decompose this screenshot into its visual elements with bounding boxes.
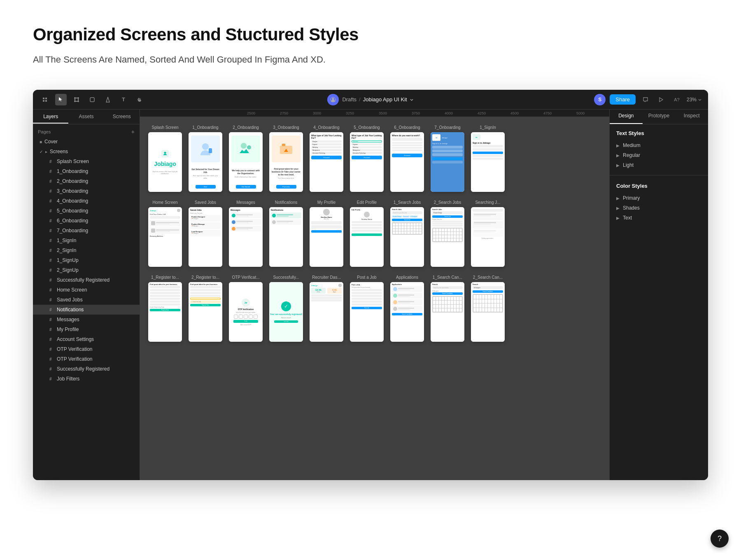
tab-prototype[interactable]: Prototype xyxy=(643,110,676,124)
help-button[interactable]: ? xyxy=(711,530,729,548)
frame-search1[interactable]: 1_Search Jobs Search Jobs Search for you… xyxy=(390,200,424,267)
frame-onboard2[interactable]: 2_Onboarding xyxy=(229,125,263,192)
sidebar-item-notifs[interactable]: # Notifications xyxy=(33,305,140,315)
frame-messages[interactable]: Messages Messages xyxy=(229,200,263,267)
figma-ui: T Drafts xyxy=(33,90,708,480)
breadcrumb-project[interactable]: Jobiago App UI Kit xyxy=(363,96,407,103)
sidebar-item-onboard6[interactable]: # 6_Onboarding xyxy=(33,216,140,226)
shape-icon[interactable] xyxy=(86,94,98,105)
frame-onboard6[interactable]: 6_Onboarding Where do you want to work? xyxy=(390,125,424,192)
style-medium[interactable]: ▶ Medium xyxy=(616,140,701,150)
sidebar-item-onboard4[interactable]: # 4_Onboarding xyxy=(33,196,140,206)
sidebar-item-onboard2[interactable]: # 2_Onboarding xyxy=(33,176,140,186)
hash-icon: # xyxy=(49,308,54,312)
frame-search-can1[interactable]: 1_Search Can... Search Search for the Gr… xyxy=(431,275,464,342)
frame-saved[interactable]: Saved Jobs Saved Jobs Search your Favour… xyxy=(189,200,222,267)
frame-onboard1[interactable]: 1_Onboarding xyxy=(189,125,222,192)
frame-searching[interactable]: Searching J... xyxy=(471,200,505,267)
style-light-label: Light xyxy=(623,162,634,168)
sidebar-item-otp1[interactable]: # OTP Verification xyxy=(33,344,140,354)
svg-rect-6 xyxy=(74,98,79,98)
main-area: Layers Assets Screens Pages + ■ Cover ✓ … xyxy=(33,110,708,480)
sidebar-item-onboard3[interactable]: # 3_Onboarding xyxy=(33,186,140,196)
sidebar-item-otp2[interactable]: # OTP Verification xyxy=(33,354,140,364)
pen-icon[interactable] xyxy=(102,94,114,105)
frame-recruiter[interactable]: Recruiter Das... Jobiago 12 xyxy=(310,275,343,342)
sidebar-item-screens[interactable]: ✓ ▸ Screens xyxy=(33,147,140,156)
sidebar-item-onboard7[interactable]: # 7_Onboarding xyxy=(33,226,140,236)
ai-icon[interactable]: A? xyxy=(671,94,683,105)
frame-label: 2_Search Can... xyxy=(473,275,503,280)
frame-register1[interactable]: 1_Register to... Find great talent for y… xyxy=(148,275,182,342)
ruler-mark: 3500 xyxy=(379,111,412,115)
tab-design[interactable]: Design xyxy=(610,110,643,124)
hand-icon[interactable] xyxy=(133,94,145,105)
share-button[interactable]: Share xyxy=(610,94,636,105)
style-text[interactable]: ▶ Text xyxy=(616,213,701,223)
add-page-button[interactable]: + xyxy=(131,128,135,135)
style-text-label: Text xyxy=(623,215,632,221)
zoom-indicator[interactable]: 23% xyxy=(687,97,701,103)
frame-success[interactable]: Successfully... ✓ Your are successfully … xyxy=(269,275,303,342)
sidebar-item-account[interactable]: # Account Settings xyxy=(33,334,140,344)
play-icon[interactable] xyxy=(655,94,667,105)
frame-register2[interactable]: 2_Register to... Find great talent for y… xyxy=(189,275,222,342)
style-shades[interactable]: ▶ Shades xyxy=(616,203,701,213)
style-light[interactable]: ▶ Light xyxy=(616,160,701,170)
style-primary[interactable]: ▶ Primary xyxy=(616,193,701,203)
sidebar-item-saved[interactable]: # Saved Jobs xyxy=(33,295,140,305)
sidebar-item-signup2[interactable]: # 2_SignUp xyxy=(33,265,140,275)
sidebar-item-home[interactable]: # Home Screen xyxy=(33,285,140,295)
hash-icon: # xyxy=(49,337,54,342)
frame-notifications[interactable]: Notifications Notifications xyxy=(269,200,303,267)
signup2-label: 2_SignUp xyxy=(57,267,79,273)
sidebar-item-messages[interactable]: # Messages xyxy=(33,315,140,324)
tab-inspect[interactable]: Inspect xyxy=(675,110,708,124)
frame-onboard5[interactable]: 5_Onboarding What type of Job Your Looki… xyxy=(350,125,384,192)
sidebar-item-success-reg2[interactable]: # Successfully Registered xyxy=(33,364,140,374)
frame-search-can2[interactable]: 2_Search Can... Search UI Designer Searc… xyxy=(471,275,505,342)
frame-onboard4[interactable]: 4_Onboarding What type of Job Your Looki… xyxy=(310,125,343,192)
svg-point-15 xyxy=(247,145,251,149)
toolbar: T Drafts xyxy=(33,90,708,110)
sidebar-item-job-filters[interactable]: # Job Filters xyxy=(33,374,140,384)
sidebar-item-profile[interactable]: # My Profile xyxy=(33,324,140,334)
sidebar-item-signin1[interactable]: # 1_SignIn xyxy=(33,236,140,245)
sidebar-item-success-reg[interactable]: # Successfully Registered xyxy=(33,275,140,285)
menu-icon[interactable] xyxy=(40,94,51,105)
sidebar-item-onboard5[interactable]: # 5_Onboarding xyxy=(33,206,140,216)
canvas-area[interactable]: 2500 2750 3000 3250 3500 3750 4000 4250 … xyxy=(140,110,609,480)
hash-icon: # xyxy=(49,159,54,164)
frame-signin1[interactable]: 1_SignIn Jø Sign in to Jobiago xyxy=(471,125,505,192)
style-regular[interactable]: ▶ Regular xyxy=(616,150,701,160)
frame-home[interactable]: Home Screen Jobiago Find Your Perfect Jo… xyxy=(148,200,182,267)
frame-edit-profile[interactable]: Edit Profile Edit Profile Sinelma Name xyxy=(350,200,384,267)
sidebar-item-splash[interactable]: # Splash Screen xyxy=(33,156,140,166)
cursor-icon[interactable] xyxy=(55,94,67,105)
sidebar-item-onboard1[interactable]: # 1_Onboarding xyxy=(33,166,140,176)
text-icon[interactable]: T xyxy=(118,94,129,105)
frame-post-job[interactable]: Post a Job Post a Job Find great talent … xyxy=(350,275,384,342)
phone-screen-onboard2: We help you to connect with the Organiza… xyxy=(229,132,263,192)
frame-otp[interactable]: OTP Verificat... Jø OTP Verification Ent… xyxy=(229,275,263,342)
tab-screens[interactable]: Screens xyxy=(104,110,140,124)
frame-splash[interactable]: Splash Screen Jobiago Explore careers th… xyxy=(148,125,182,192)
frame-applications[interactable]: Applications Applications xyxy=(390,275,424,342)
frame-icon[interactable] xyxy=(71,94,82,105)
hash-icon: # xyxy=(49,317,54,322)
caret-icon: ▶ xyxy=(616,163,620,168)
hash-icon: # xyxy=(49,347,54,352)
tab-assets[interactable]: Assets xyxy=(68,110,104,124)
comment-icon[interactable] xyxy=(640,94,651,105)
sidebar-item-cover[interactable]: ■ Cover xyxy=(33,137,140,147)
sidebar-item-signin2[interactable]: # 2_SignIn xyxy=(33,245,140,255)
frame-onboard7[interactable]: 7_Onboarding Jø Jobsign Sign xyxy=(431,125,464,192)
pages-label: Pages xyxy=(38,129,51,134)
frame-search2[interactable]: 2_Search Jobs Search Jobs Product Design… xyxy=(431,200,464,267)
sidebar-item-signup1[interactable]: # 1_SignUp xyxy=(33,255,140,265)
tab-layers[interactable]: Layers xyxy=(33,110,68,124)
frame-onboard3[interactable]: 3_Onboarding xyxy=(269,125,303,192)
frame-my-profile[interactable]: My Profile Sinelma Name Web Dev xyxy=(310,200,343,267)
frame-label: Splash Screen xyxy=(151,125,178,130)
ruler-mark: 2750 xyxy=(280,111,313,115)
